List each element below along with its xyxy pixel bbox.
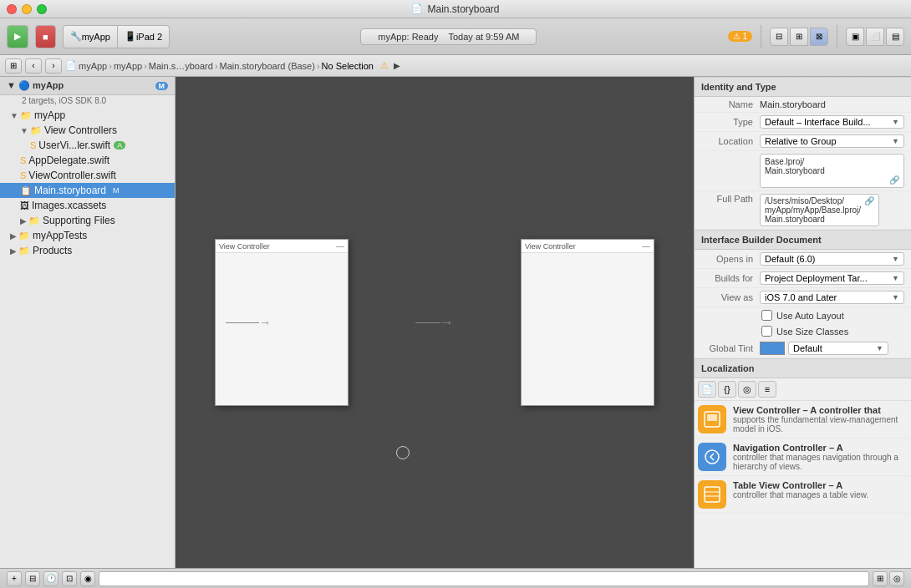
swift-icon: S	[20, 170, 26, 180]
builds-for-value[interactable]: Project Deployment Tar... ▼	[760, 271, 904, 285]
builds-for-label: Builds for	[701, 273, 760, 283]
panel-right[interactable]: ▤	[886, 28, 904, 46]
full-path-link-icon[interactable]: 🔗	[864, 196, 874, 205]
right-panel: Identity and Type Name Main.storyboard T…	[694, 77, 911, 568]
panel-left[interactable]: ▣	[846, 28, 864, 46]
auto-layout-label: Use Auto Layout	[776, 311, 844, 321]
scene1-dots: —	[336, 241, 344, 251]
sidebar-item-viewcontrollers[interactable]: ▼ 📁 View Controllers	[0, 123, 175, 138]
view-mode-navigator[interactable]: ⊟	[770, 28, 788, 46]
project-disclosure[interactable]: ▼	[7, 80, 18, 90]
sidebar-item-viewcontroller[interactable]: S ViewController.swift	[0, 168, 175, 183]
maximize-button[interactable]	[37, 4, 47, 14]
sidebar-label-images: Images.xcassets	[32, 200, 106, 211]
close-button[interactable]	[7, 4, 17, 14]
disclosure-icon: ▶	[10, 231, 17, 241]
sidebar-item-products[interactable]: ▶ 📁 Products	[0, 243, 175, 258]
builds-for-row: Builds for Project Deployment Tar... ▼	[695, 269, 911, 288]
lib-text-navcontroller: Navigation Controller – A controller tha…	[733, 443, 908, 471]
sidebar-item-myapp[interactable]: ▼ 📁 myApp	[0, 108, 175, 123]
lib-item-tablecontroller[interactable]: Table View Controller – A controller tha…	[695, 476, 911, 514]
nav-controller-svg	[703, 448, 721, 466]
warning-badge[interactable]: ⚠ 1	[728, 31, 752, 42]
main-layout: ▼ 🔵 myApp M 2 targets, iOS SDK 8.0 ▼ 📁 m…	[0, 77, 911, 568]
scene1-title: View Controller —	[216, 240, 348, 253]
project-icon: 🔵	[18, 80, 33, 90]
sidebar-item-uservc[interactable]: S UserVi...ler.swift A	[0, 138, 175, 153]
swift-icon: S	[20, 155, 26, 165]
nav-grid-btn[interactable]: ⊞	[5, 58, 22, 74]
loc-tab-file[interactable]: 📄	[698, 381, 716, 398]
status-text: myApp: Ready Today at 9:59 AM	[360, 28, 537, 45]
breadcrumb-item-nosel[interactable]: No Selection	[322, 61, 374, 71]
svg-point-2	[705, 450, 719, 464]
scene-arrow: →	[415, 314, 454, 332]
lib-title-vc: View Controller – A controller that	[733, 405, 908, 415]
type-value[interactable]: Default – Interface Build... ▼	[760, 115, 904, 129]
breadcrumb-item-myapp2[interactable]: myApp	[114, 61, 142, 71]
stop-button[interactable]: ■	[35, 25, 56, 48]
main-toolbar: ▶ ■ 🔧 myApp 📱 iPad 2 myApp: Ready Today …	[0, 18, 911, 55]
view-as-value[interactable]: iOS 7.0 and Later ▼	[760, 291, 904, 304]
status-bar: myApp: Ready Today at 9:59 AM	[176, 28, 721, 45]
svg-rect-3	[705, 487, 720, 502]
bottom-add-btn[interactable]: +	[7, 571, 22, 586]
bottom-canvas-btn[interactable]: ⊞	[873, 571, 888, 586]
sep3: ›	[215, 61, 218, 71]
view-mode-version[interactable]: ⊠	[810, 28, 828, 46]
run-button[interactable]: ▶	[7, 25, 28, 48]
bottom-clock-btn[interactable]: 🕐	[43, 571, 59, 586]
opens-in-value[interactable]: Default (6.0) ▼	[760, 252, 904, 266]
view-as-text: iOS 7.0 and Later	[765, 292, 837, 302]
tint-arrow: ▼	[876, 344, 883, 352]
lib-item-navcontroller[interactable]: Navigation Controller – A controller tha…	[695, 438, 911, 476]
auto-layout-checkbox[interactable]	[761, 310, 772, 321]
breadcrumb-item-1[interactable]: 📄	[65, 60, 77, 71]
breadcrumb-nav[interactable]: ▶	[394, 61, 400, 70]
view-mode-assistant[interactable]: ⊞	[790, 28, 808, 46]
disclosure-icon: ▶	[10, 246, 17, 256]
cursor	[396, 446, 410, 459]
loc-tab-list[interactable]: ≡	[758, 381, 776, 398]
titlebar-icon: 📄	[411, 3, 423, 14]
sidebar-label-storyboard: Main.storyboard	[34, 185, 106, 196]
lib-item-viewcontroller[interactable]: View Controller – A controller that supp…	[695, 401, 911, 438]
sidebar-item-images[interactable]: 🖼 Images.xcassets	[0, 198, 175, 213]
bottom-test-btn[interactable]: ◉	[80, 571, 95, 586]
nav-forward-btn[interactable]: ›	[45, 58, 62, 74]
loc-tab-code[interactable]: {}	[718, 381, 736, 398]
bottom-issue-btn[interactable]: ⊡	[62, 571, 77, 586]
tint-value[interactable]: Default ▼	[788, 342, 888, 355]
sidebar-item-appdelegate[interactable]: S AppDelegate.swift	[0, 153, 175, 168]
sidebar-item-apptests[interactable]: ▶ 📁 myAppTests	[0, 228, 175, 243]
scheme-device[interactable]: 📱 iPad 2	[117, 25, 170, 48]
size-classes-checkbox[interactable]	[761, 326, 772, 337]
sidebar-item-mainstoryboard[interactable]: 📋 Main.storyboard M	[0, 183, 175, 198]
nav-back-btn[interactable]: ‹	[25, 58, 42, 74]
global-tint-label: Global Tint	[701, 343, 760, 353]
loc-tab-circle[interactable]: ◎	[738, 381, 756, 398]
breadcrumb-item-storyboard[interactable]: Main.s…yboard	[149, 61, 213, 71]
storyboard-scene-2[interactable]: View Controller —	[521, 239, 654, 406]
breadcrumb-warning: ⚠	[380, 60, 389, 71]
breadcrumb-item-base[interactable]: Main.storyboard (Base)	[220, 61, 315, 71]
tint-color-swatch[interactable]	[760, 342, 785, 355]
sidebar: ▼ 🔵 myApp M 2 targets, iOS SDK 8.0 ▼ 📁 m…	[0, 77, 176, 568]
panel-bottom[interactable]: ⬜	[866, 28, 884, 46]
lib-desc-table: controller that manages a table view.	[733, 490, 908, 499]
sidebar-item-supporting[interactable]: ▶ 📁 Supporting Files	[0, 213, 175, 228]
identity-type-header: Identity and Type	[695, 77, 911, 97]
bottom-filter-btn[interactable]: ⊟	[25, 571, 40, 586]
lib-desc-nav-prefix: – A	[829, 443, 843, 453]
name-label: Name	[701, 99, 760, 109]
lib-desc-nav: controller that manages navigation throu…	[733, 453, 908, 471]
breadcrumb-item-myapp1[interactable]: myApp	[79, 61, 107, 71]
name-value: Main.storyboard	[760, 99, 904, 109]
minimize-button[interactable]	[22, 4, 32, 14]
sep1: ›	[109, 61, 112, 71]
location-value[interactable]: Relative to Group ▼	[760, 134, 904, 148]
folder-icon: 📁	[20, 110, 32, 121]
bottom-zoom-btn[interactable]: ◎	[889, 571, 904, 586]
scheme-app[interactable]: 🔧 myApp	[63, 25, 117, 48]
filter-input[interactable]	[99, 571, 869, 586]
